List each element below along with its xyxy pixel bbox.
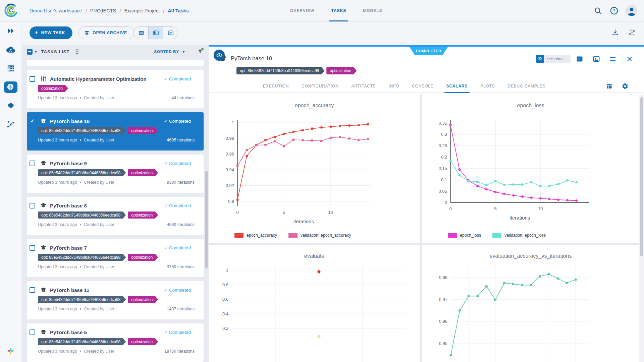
open-archive-label: OPEN ARCHIVE bbox=[93, 31, 127, 35]
breadcrumb-item-all-tasks[interactable]: All Tasks bbox=[168, 8, 189, 13]
task-card-pytorch-base-8[interactable]: PyTorch base 8✓ Completedopt: 85e5482ddd… bbox=[27, 197, 204, 235]
scalar-chart-evaluate[interactable]: 0.20.40.60.81evaluate bbox=[209, 245, 420, 362]
tab-models[interactable]: MODELS bbox=[363, 0, 382, 21]
detail-tab-scalars[interactable]: SCALARS bbox=[442, 80, 472, 93]
selected-check-icon[interactable]: ✓ bbox=[30, 118, 35, 124]
view-toggle-group bbox=[133, 26, 178, 39]
svg-text:0.3: 0.3 bbox=[441, 132, 447, 137]
detail-scrollbar-thumb[interactable] bbox=[640, 97, 643, 256]
chart-canvas[interactable]: 0.90.920.940.960.9810510Iterations bbox=[209, 95, 420, 243]
select-all-checkbox[interactable] bbox=[27, 49, 33, 55]
help-icon[interactable]: ? bbox=[610, 6, 619, 15]
breadcrumb-item-demo-user-s-workspace[interactable]: Demo User's workspace bbox=[30, 8, 82, 13]
svg-text:0.98: 0.98 bbox=[226, 136, 234, 141]
list-item-partial[interactable] bbox=[27, 60, 204, 66]
compare-view-button[interactable] bbox=[163, 27, 178, 39]
clearml-logo-icon[interactable]: C bbox=[3, 3, 18, 18]
task-checkbox[interactable] bbox=[30, 329, 35, 335]
sorted-by-button[interactable]: SORTED BY ▾ bbox=[154, 50, 185, 54]
detail-tab-info[interactable]: INFO bbox=[384, 80, 403, 93]
download-icon[interactable] bbox=[611, 28, 619, 37]
tasks-cards-container: Automatic Hyperparameter Optimization✓ C… bbox=[27, 60, 204, 362]
task-status: ✓ Completed bbox=[164, 76, 191, 81]
avatar[interactable] bbox=[626, 5, 637, 16]
task-checkbox[interactable] bbox=[30, 203, 35, 208]
metrics-table-icon[interactable] bbox=[606, 83, 613, 90]
detail-tab-artifacts[interactable]: ARTIFACTS bbox=[347, 80, 380, 93]
task-updated: Updated 3 hours ago bbox=[38, 180, 77, 185]
id-value: 59f99d65 ... bbox=[544, 55, 571, 63]
task-created-by: Created by User bbox=[84, 222, 114, 227]
task-checkbox[interactable] bbox=[30, 161, 35, 166]
scalar-chart-epoch_loss[interactable]: 00.050.10.150.20.250.30.350510Iterations… bbox=[422, 95, 639, 243]
open-archive-button[interactable]: OPEN ARCHIVE bbox=[78, 26, 134, 39]
close-icon[interactable] bbox=[626, 55, 634, 63]
task-updated: Updated 3 hours ago bbox=[38, 96, 77, 100]
sidebar-item-datasets[interactable] bbox=[0, 97, 21, 115]
settings-gear-icon[interactable] bbox=[622, 83, 629, 90]
task-card-pytorch-base-7[interactable]: PyTorch base 7✓ Completedopt: 85e5482ddd… bbox=[27, 239, 204, 277]
breadcrumb-separator: / bbox=[163, 8, 164, 14]
task-iterations: 1407 Iterations bbox=[167, 307, 195, 311]
legend-item[interactable]: epoch_accuracy bbox=[234, 233, 277, 238]
image-preview-icon[interactable] bbox=[592, 55, 600, 63]
legend-swatch bbox=[234, 233, 244, 238]
collapse-rows-icon[interactable] bbox=[74, 49, 80, 55]
svg-text:Iterations: Iterations bbox=[293, 219, 314, 224]
sidebar-item-autoscalers[interactable] bbox=[0, 40, 21, 59]
task-checkbox[interactable] bbox=[30, 76, 35, 82]
task-icon bbox=[40, 329, 47, 336]
detail-tab-execution[interactable]: EXECUTION bbox=[259, 80, 293, 93]
svg-text:0.1: 0.1 bbox=[441, 177, 447, 182]
table-view-button[interactable] bbox=[134, 27, 148, 39]
task-card-automatic-hyperparameter-optimization[interactable]: Automatic Hyperparameter Optimization✓ C… bbox=[27, 70, 204, 108]
task-checkbox[interactable] bbox=[30, 245, 35, 251]
task-checkbox[interactable] bbox=[30, 287, 35, 293]
legend-item[interactable]: epoch_loss bbox=[448, 233, 481, 238]
legend-item[interactable]: validation: epoch_accuracy bbox=[288, 233, 351, 238]
chart-canvas[interactable]: 0.20.40.60.81 bbox=[209, 245, 420, 362]
tag-opt-id: opt: 85e5482ddd7149b8ba0446356eedca98 bbox=[38, 169, 126, 176]
scalar-chart-evaluation_accuracy_vs_iterations[interactable]: 0.950.960.970.98evaluation_accuracy_vs_i… bbox=[422, 245, 639, 362]
detail-tab-debug-samples[interactable]: DEBUG SAMPLES bbox=[504, 80, 550, 93]
tag-opt-id: opt: 85e5482ddd7149b8ba0446356eedca98 bbox=[38, 254, 126, 261]
search-icon[interactable] bbox=[594, 6, 602, 15]
tab-tasks[interactable]: TASKS bbox=[331, 0, 346, 21]
status-badge: COMPLETED bbox=[409, 47, 448, 55]
sidebar-item-pipelines[interactable] bbox=[0, 115, 21, 134]
menu-icon[interactable] bbox=[609, 55, 617, 63]
detail-tab-plots[interactable]: PLOTS bbox=[476, 80, 499, 93]
status-top-line bbox=[209, 45, 644, 47]
filter-icon[interactable] bbox=[197, 49, 203, 55]
console-card-icon[interactable] bbox=[576, 55, 584, 63]
tag-opt-id: opt: 85e5482ddd7149b8ba0446356eedca98 bbox=[38, 212, 126, 219]
chart-canvas[interactable]: 00.050.10.150.20.250.30.350510Iterations bbox=[422, 95, 639, 243]
task-card-pytorch-base-11[interactable]: PyTorch base 11✓ Completedopt: 85e5482dd… bbox=[27, 281, 204, 319]
task-icon bbox=[40, 160, 47, 167]
tasks-list-scrollbar[interactable] bbox=[205, 171, 208, 268]
auto-refresh-icon[interactable] bbox=[628, 28, 636, 37]
task-iterations: 4695 Iterations bbox=[167, 138, 195, 142]
split-view-button[interactable] bbox=[148, 27, 163, 39]
task-tags: opt: 85e5482ddd7149b8ba0446356eedca98opt… bbox=[38, 296, 158, 303]
task-card-pytorch-base-5[interactable]: PyTorch base 5✓ Completedopt: 85e5482ddd… bbox=[27, 323, 204, 362]
new-task-button[interactable]: + NEW TASK bbox=[30, 26, 72, 39]
detail-tab-configuration[interactable]: CONFIGURATION bbox=[298, 80, 342, 93]
breadcrumb: Demo User's workspace/PROJECTS/Example P… bbox=[30, 0, 189, 21]
task-card-pytorch-base-9[interactable]: PyTorch base 9✓ Completedopt: 85e5482ddd… bbox=[27, 155, 204, 193]
tab-overview[interactable]: OVERVIEW bbox=[290, 0, 314, 21]
slack-icon[interactable] bbox=[0, 347, 21, 355]
hide-charts-eye-button[interactable] bbox=[214, 50, 225, 61]
sidebar-item-workers-queues[interactable] bbox=[0, 59, 21, 78]
legend-item[interactable]: validation: epoch_loss bbox=[492, 233, 546, 238]
tasks-list-header: ▾ TASKS LIST SORTED BY ▾ bbox=[21, 45, 209, 58]
sidebar-item-expand[interactable] bbox=[0, 21, 21, 40]
scalar-chart-epoch_accuracy[interactable]: 0.90.920.940.960.9810510Iterationsepoch_… bbox=[209, 95, 420, 243]
select-all-caret-icon[interactable]: ▾ bbox=[35, 50, 37, 54]
sidebar-item-projects[interactable] bbox=[0, 78, 21, 97]
task-card-pytorch-base-10[interactable]: ✓PyTorch base 10✓ Completedopt: 85e5482d… bbox=[27, 112, 204, 150]
chart-legend: epoch_accuracyvalidation: epoch_accuracy bbox=[234, 233, 351, 238]
task-id-badge[interactable]: ID 59f99d65 ... bbox=[536, 55, 571, 63]
detail-tab-console[interactable]: CONSOLE bbox=[408, 80, 437, 93]
chart-canvas[interactable]: 0.950.960.970.98 bbox=[422, 245, 639, 362]
